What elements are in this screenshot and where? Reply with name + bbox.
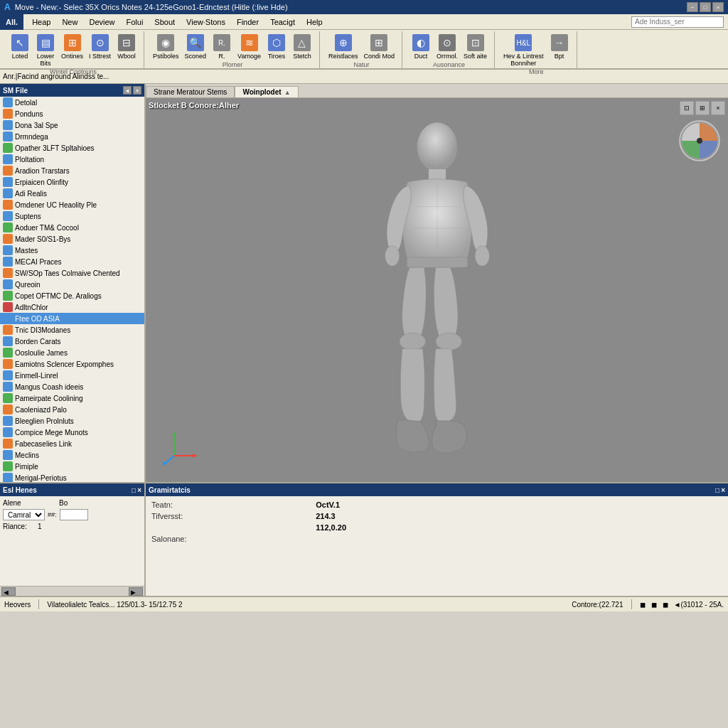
menu-viewstons[interactable]: View·Stons <box>181 14 231 30</box>
sm-item-21[interactable]: Borden Carats <box>0 336 144 347</box>
sm-item-15[interactable]: SW/SOp Taes Colmaive Chented <box>0 267 144 279</box>
sm-item-0[interactable]: Detolal <box>0 97 144 108</box>
sm-item-icon-2 <box>3 120 13 130</box>
tifversst-value: 214.3 <box>316 512 464 520</box>
toolbar-btn-r[interactable]: R. R. <box>209 33 235 61</box>
sm-item-2[interactable]: Dona 3al Spe <box>0 119 144 131</box>
sm-item-27[interactable]: Caoleniazd Palo <box>0 404 144 415</box>
minimize-button[interactable]: − <box>687 2 698 12</box>
field-row-riance: Riance: 1 <box>3 523 141 530</box>
bo-label: Bo <box>59 499 68 507</box>
bottom-left-close[interactable]: × <box>137 486 141 494</box>
toolbar-group-wintel: ↖ Loted ▤ LowerBits ⊞ Ontines ⊙ I Sttres… <box>3 31 144 68</box>
menu-sbout[interactable]: Sbout <box>149 14 181 30</box>
toolbar-btn-vamoge[interactable]: ≋ Vamoge <box>235 33 264 61</box>
bottom-left-restore[interactable]: □ <box>132 486 136 494</box>
sm-item-icon-28 <box>3 416 13 426</box>
left-panel-pin[interactable]: ◄ <box>123 86 132 95</box>
menu-help[interactable]: Help <box>301 14 328 30</box>
sm-item-14[interactable]: MECAI Praces <box>0 256 144 267</box>
window-controls[interactable]: − □ × <box>687 2 724 12</box>
sm-item-7[interactable]: Erpiaicen Olinfity <box>0 176 144 188</box>
sm-item-13[interactable]: Mastes <box>0 245 144 256</box>
close-button[interactable]: × <box>712 2 724 12</box>
sm-item-label-21: Borden Carats <box>15 338 60 346</box>
menu-heap[interactable]: Heap <box>26 14 56 30</box>
toolbar-btn-reistlaces[interactable]: ⊕ Reistlaces <box>326 33 361 61</box>
svg-marker-14 <box>172 432 176 436</box>
bottom-left-scrollbar[interactable]: ◄ ► <box>0 586 144 596</box>
tab-woinplodet[interactable]: Woinplodet ▲ <box>235 86 298 97</box>
svg-point-2 <box>697 138 702 144</box>
toolbar-btn-bpt[interactable]: → Bpt <box>547 33 572 61</box>
toolbar-btn-wbool[interactable]: ⊟ Wbool <box>114 33 139 61</box>
toolbar-btn-condi-mod[interactable]: ⊞ Condi Mod <box>360 33 397 61</box>
toolbar-btn-pstiboles[interactable]: ◉ Pstiboles <box>150 33 182 61</box>
sm-item-5[interactable]: Ploltation <box>0 154 144 165</box>
maximize-button[interactable]: □ <box>700 2 711 12</box>
toolbar-btn-duct[interactable]: ◐ Duct <box>408 33 434 61</box>
sm-item-12[interactable]: Mader S0/S1-Bys <box>0 233 144 245</box>
sm-item-10[interactable]: Suptens <box>0 210 144 222</box>
menu-teacigt[interactable]: Teacigt <box>264 14 301 30</box>
sm-item-30[interactable]: Fabecaselies Link <box>0 438 144 449</box>
sm-item-9[interactable]: Omdener UC Heaolity Ple <box>0 199 144 210</box>
sm-item-26[interactable]: Pameirpate Coolining <box>0 392 144 404</box>
bottom-right-restore[interactable]: □ <box>715 486 719 494</box>
camral-select[interactable]: Camral <box>3 509 45 520</box>
menu-folui[interactable]: Folui <box>121 14 149 30</box>
toolbar-btn-orrmol[interactable]: ⊙ Orrmol. <box>434 33 461 61</box>
sm-item-6[interactable]: Aradion Trarstars <box>0 165 144 176</box>
toolbar-btn-ontines[interactable]: ⊞ Ontines <box>58 33 86 61</box>
viewport-restore[interactable]: ⊞ <box>695 101 710 115</box>
toolbar-btn-sttrest[interactable]: ⊙ I Sttrest <box>86 33 114 61</box>
sm-item-22[interactable]: Oosloulie James <box>0 347 144 358</box>
sm-item-28[interactable]: Bleeglien Prolnluts <box>0 415 144 427</box>
viewport[interactable]: Stlocket B Conore:Alher ⊡ ⊞ × <box>146 98 728 482</box>
tab-strane[interactable]: Strane Meratour Stems <box>146 86 235 97</box>
sm-item-17[interactable]: Copet OFTMC De. Araliogs <box>0 290 144 301</box>
sm-item-33[interactable]: Merigal-Periotus <box>0 472 144 482</box>
viewport-close[interactable]: × <box>711 101 725 115</box>
sm-item-icon-27 <box>3 405 13 414</box>
sm-item-32[interactable]: Pimiple <box>0 461 144 472</box>
menu-finder[interactable]: Finder <box>231 14 264 30</box>
toolbar-btn-loted[interactable]: ↖ Loted <box>7 33 33 61</box>
bottom-right-close[interactable]: × <box>721 486 725 494</box>
sm-item-20[interactable]: Tnic DI3Modanes <box>0 324 144 336</box>
toolbar-btn-lower[interactable]: ▤ LowerBits <box>33 33 58 68</box>
toolbar-btn-tiroes[interactable]: ⬡ Tiroes <box>264 33 289 61</box>
hash-input[interactable] <box>60 509 88 520</box>
sm-item-19[interactable]: Ftee OD ASIA <box>0 313 144 324</box>
sm-item-4[interactable]: Opather 3LFT Spltahioes <box>0 142 144 154</box>
search-input[interactable] <box>631 16 724 28</box>
viewport-maximize[interactable]: ⊡ <box>680 101 694 115</box>
toolbar-btn-soft-aite[interactable]: ⊡ Soft aite <box>461 33 490 61</box>
sm-item-18[interactable]: AdltnChlor <box>0 301 144 313</box>
sm-item-label-26: Pameirpate Coolining <box>15 395 83 402</box>
sm-item-31[interactable]: Meclins <box>0 449 144 461</box>
viewport-label: Stlocket B Conore:Alher <box>149 101 239 109</box>
toolbar-btn-sconed[interactable]: 🔍 Sconed <box>182 33 210 61</box>
sm-item-11[interactable]: Aoduer TM& Cocool <box>0 222 144 233</box>
sm-item-8[interactable]: Adi Realis <box>0 188 144 199</box>
menu-new[interactable]: New <box>56 14 83 30</box>
sm-item-24[interactable]: Einmell-Linrel <box>0 370 144 381</box>
scroll-right[interactable]: ► <box>129 587 143 596</box>
sm-item-16[interactable]: Qureoin <box>0 279 144 290</box>
sm-item-label-0: Detolal <box>15 99 37 107</box>
tab-close-icon[interactable]: ▲ <box>284 89 291 96</box>
toolbar-btn-stetch[interactable]: △ Stetch <box>289 33 315 61</box>
sm-item-25[interactable]: Mangus Coash ideeis <box>0 381 144 392</box>
sm-item-1[interactable]: Ponduns <box>0 108 144 119</box>
toolbar-btn-hev-lintrest[interactable]: H&L Hev & LintrestBonniher <box>500 33 547 68</box>
sm-item-icon-20 <box>3 325 13 335</box>
tab-strane-label: Strane Meratour Stems <box>154 88 227 96</box>
left-panel-close[interactable]: × <box>133 86 141 95</box>
all-menu-button[interactable]: All. <box>0 14 23 30</box>
sm-item-29[interactable]: Compice Mege Munots <box>0 427 144 438</box>
menu-deview[interactable]: Deview <box>83 14 120 30</box>
scroll-left[interactable]: ◄ <box>1 587 16 596</box>
sm-item-23[interactable]: Eamiotns Sclencer Expomphes <box>0 358 144 370</box>
sm-item-3[interactable]: Drmndega <box>0 131 144 142</box>
